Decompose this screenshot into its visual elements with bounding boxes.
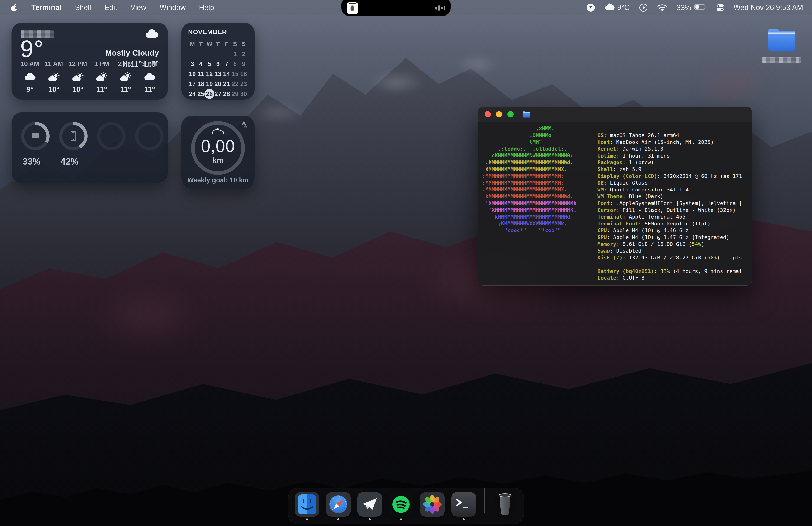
- info-line: CPU: Apple M4 (10) @ 4.46 GHz: [597, 227, 752, 234]
- battery-status[interactable]: 33%: [677, 3, 707, 12]
- battery-device-percent: 42%: [60, 157, 88, 167]
- menu-clock[interactable]: Wed Nov 26 9:53 AM: [734, 3, 803, 12]
- battery-device: 33%: [21, 122, 49, 167]
- calendar-day[interactable]: 5: [205, 59, 214, 69]
- calendar-day[interactable]: 27: [214, 89, 222, 99]
- folder-name-redacted: [763, 57, 801, 63]
- calendar-day[interactable]: 13: [214, 69, 222, 79]
- battery-device: [97, 122, 126, 167]
- calendar-day[interactable]: 19: [205, 79, 214, 89]
- menu-item-window[interactable]: Window: [160, 3, 186, 12]
- distance-unit: km: [212, 156, 224, 165]
- terminal-window[interactable]: ,xNMM. .OMMMMo lMM" .;loddo:. .olloddol;…: [478, 107, 752, 286]
- calendar-day[interactable]: 16: [239, 69, 248, 79]
- dock: [288, 488, 524, 524]
- dock-item-finder[interactable]: [295, 492, 319, 520]
- apple-menu-icon[interactable]: [11, 3, 18, 12]
- sun-cloud-icon: [48, 71, 60, 83]
- calendar-day[interactable]: 8: [231, 59, 239, 69]
- minimize-button[interactable]: [496, 111, 502, 117]
- calendar-day[interactable]: 4: [197, 59, 205, 69]
- calendar-day[interactable]: 15: [231, 69, 239, 79]
- folder-proxy-icon[interactable]: [522, 111, 531, 118]
- calendar-day[interactable]: 3: [188, 59, 197, 69]
- weather-widget[interactable]: 9° Mostly Cloudy H:11° L:8° 10 AM9°11 AM…: [11, 23, 168, 100]
- calendar-widget[interactable]: NOVEMBER MTWTFSS123456789101112131415161…: [181, 23, 255, 100]
- info-line: Packages: 1 (brew): [597, 159, 752, 166]
- dock-item-telegram[interactable]: [357, 492, 382, 520]
- calendar-day[interactable]: 11: [197, 69, 205, 79]
- calendar-day[interactable]: 18: [197, 79, 205, 89]
- menu-items: TerminalShellEditViewWindowHelp: [31, 3, 214, 12]
- calendar-day[interactable]: 1: [231, 49, 239, 59]
- calendar-day[interactable]: 21: [222, 79, 231, 89]
- battery-device-percent: [99, 157, 126, 167]
- control-center-icon[interactable]: [716, 3, 724, 12]
- calendar-day[interactable]: 22: [231, 79, 239, 89]
- dock-item-trash[interactable]: [493, 492, 517, 520]
- blue-folder-icon[interactable]: [766, 27, 798, 53]
- calendar-day[interactable]: 6: [214, 59, 222, 69]
- desktop: TerminalShellEditViewWindowHelp 9°C 33% …: [0, 0, 812, 526]
- wifi-icon[interactable]: [657, 4, 667, 11]
- hour-temp: 11°: [97, 85, 107, 94]
- location-icon[interactable]: [586, 3, 595, 12]
- battery-rings: 33%42%: [21, 122, 158, 167]
- menu-item-view[interactable]: View: [130, 3, 146, 12]
- battery-widget[interactable]: 33%42%: [11, 112, 168, 183]
- ascii-apple-logo: ,xNMM. .OMMMMo lMM" .;loddo:. .olloddol;…: [482, 125, 577, 234]
- calendar-day[interactable]: 12: [205, 69, 214, 79]
- menu-item-shell[interactable]: Shell: [75, 3, 91, 12]
- menu-item-terminal[interactable]: Terminal: [31, 3, 61, 12]
- calendar-day[interactable]: 28: [222, 89, 231, 99]
- calendar-day-header: S: [231, 39, 239, 49]
- running-indicator: [337, 518, 339, 520]
- calendar-day[interactable]: 29: [231, 89, 239, 99]
- close-button[interactable]: [484, 111, 491, 117]
- info-line: Memory: 8.61 GiB / 16.00 GiB (54%): [597, 241, 752, 248]
- dock-item-photos[interactable]: [420, 492, 445, 520]
- hour-cell: 2 PM11°: [115, 60, 136, 94]
- dock-item-safari[interactable]: [326, 492, 351, 520]
- zoom-button[interactable]: [507, 111, 513, 117]
- info-line: WM: Quartz Compositor 341.1.4: [597, 186, 752, 194]
- dock-item-spotify[interactable]: [389, 492, 414, 520]
- ascii-line: .KMMMMMMMMMMMMMMMMMMMMMMMWd.: [482, 159, 577, 166]
- battery-device: 42%: [59, 122, 88, 167]
- fitness-widget[interactable]: 0,00 km Weekly goal: 10 km: [181, 116, 255, 189]
- hour-time: 3 PM: [142, 60, 157, 68]
- calendar-day[interactable]: 30: [239, 89, 248, 99]
- calendar-day[interactable]: 14: [222, 69, 231, 79]
- calendar-day[interactable]: 23: [239, 79, 248, 89]
- hour-temp: 10°: [48, 85, 59, 94]
- ascii-line: .MMMMMMMMMMMMMMMMMMMMMMMMX.: [482, 186, 577, 193]
- hourly-forecast: 10 AM9°11 AM10°12 PM10°1 PM11°2 PM11°3 P…: [20, 60, 160, 94]
- hour-time: 12 PM: [69, 60, 87, 68]
- calendar-day[interactable]: 7: [222, 59, 231, 69]
- desktop-folder[interactable]: [764, 27, 800, 63]
- calendar-day[interactable]: 25: [197, 89, 205, 99]
- hour-cell: 12 PM10°: [68, 60, 88, 94]
- calendar-day[interactable]: 24: [188, 89, 197, 99]
- menu-item-edit[interactable]: Edit: [104, 3, 117, 12]
- now-playing-island[interactable]: [342, 0, 451, 16]
- weather-status[interactable]: 9°C: [605, 3, 630, 12]
- hour-temp: 9°: [26, 85, 33, 94]
- calendar-day[interactable]: 20: [214, 79, 222, 89]
- calendar-day-header: M: [188, 39, 197, 49]
- dock-item-terminal[interactable]: [451, 492, 476, 520]
- terminal-titlebar[interactable]: [478, 107, 752, 122]
- ascii-line: ,xNMM.: [482, 125, 577, 132]
- calendar-day[interactable]: 2: [239, 49, 248, 59]
- calendar-day[interactable]: 26: [205, 89, 214, 99]
- calendar-day[interactable]: 17: [188, 79, 197, 89]
- laptop-icon: [21, 122, 49, 151]
- running-indicator: [369, 518, 371, 520]
- calendar-day[interactable]: 10: [188, 69, 197, 79]
- calendar-day-empty: [197, 49, 205, 59]
- calendar-day[interactable]: 9: [239, 59, 248, 69]
- now-playing-icon[interactable]: [639, 3, 648, 12]
- info-line: Display (Color LCD): 3420x2214 @ 60 Hz (…: [597, 173, 752, 180]
- calendar-day-header: F: [222, 39, 231, 49]
- menu-item-help[interactable]: Help: [199, 3, 214, 12]
